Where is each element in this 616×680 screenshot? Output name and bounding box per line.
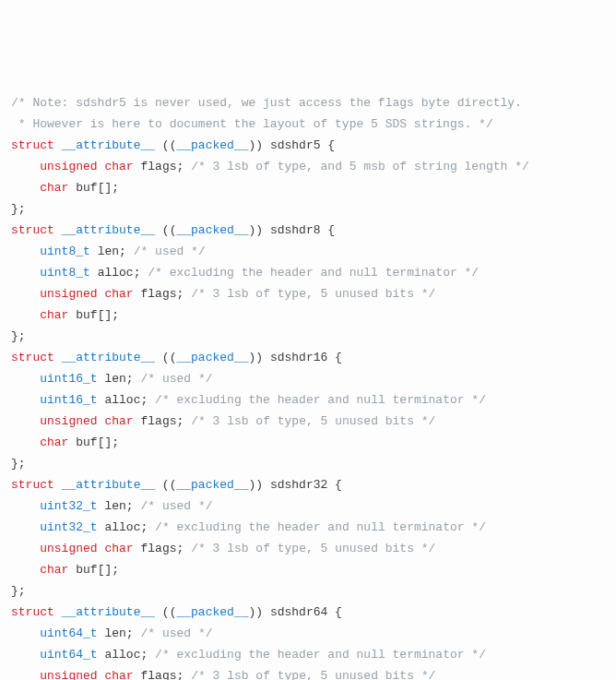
struct-close: }; <box>11 580 605 602</box>
field-flags: unsigned char flags; /* 3 lsb of type, 5… <box>11 538 605 559</box>
field-buf: char buf[]; <box>11 432 605 453</box>
comment-line: /* Note: sdshdr5 is never used, we just … <box>11 92 605 113</box>
field-flags: unsigned char flags; /* 3 lsb of type, 5… <box>11 283 605 304</box>
field-len: uint64_t len; /* used */ <box>11 623 605 644</box>
struct-close: }; <box>11 326 605 347</box>
struct-decl: struct __attribute__ ((__packed__)) sdsh… <box>11 220 605 241</box>
field-alloc: uint32_t alloc; /* excluding the header … <box>11 517 605 538</box>
field-buf: char buf[]; <box>11 177 605 198</box>
field-flags: unsigned char flags; /* 3 lsb of type, 5… <box>11 665 605 680</box>
struct-decl: struct __attribute__ ((__packed__)) sdsh… <box>11 474 605 495</box>
struct-decl: struct __attribute__ ((__packed__)) sdsh… <box>11 347 605 368</box>
field-alloc: uint16_t alloc; /* excluding the header … <box>11 389 605 411</box>
struct-decl: struct __attribute__ ((__packed__)) sdsh… <box>11 602 605 623</box>
field-buf: char buf[]; <box>11 559 605 580</box>
struct-close: }; <box>11 453 605 474</box>
field-len: uint16_t len; /* used */ <box>11 368 605 389</box>
field-alloc: uint8_t alloc; /* excluding the header a… <box>11 262 605 283</box>
field-flags: unsigned char flags; /* 3 lsb of type, 5… <box>11 411 605 432</box>
field-len: uint32_t len; /* used */ <box>11 495 605 517</box>
field-len: uint8_t len; /* used */ <box>11 241 605 262</box>
field-alloc: uint64_t alloc; /* excluding the header … <box>11 644 605 665</box>
comment-line: * However is here to document the layout… <box>11 113 605 135</box>
struct-close: }; <box>11 198 605 220</box>
struct-decl: struct __attribute__ ((__packed__)) sdsh… <box>11 135 605 156</box>
field-buf: char buf[]; <box>11 304 605 326</box>
code-block: /* Note: sdshdr5 is never used, we just … <box>11 92 605 680</box>
field-flags: unsigned char flags; /* 3 lsb of type, a… <box>11 156 605 177</box>
